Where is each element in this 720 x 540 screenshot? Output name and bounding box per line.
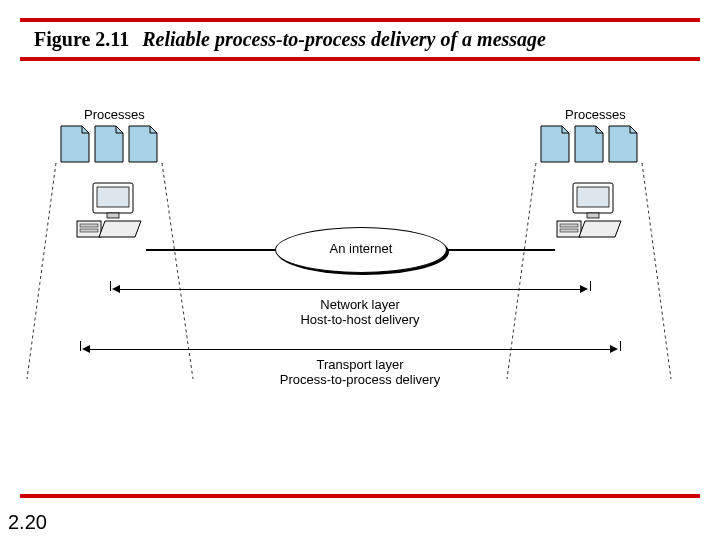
tick-icon (80, 341, 81, 351)
internet-label: An internet (330, 241, 393, 256)
figure-title: Reliable process-to-process delivery of … (142, 28, 546, 50)
figure-heading: Figure 2.11 Reliable process-to-process … (34, 28, 720, 51)
tick-icon (590, 281, 591, 291)
svg-rect-6 (107, 213, 119, 218)
tick-icon (110, 281, 111, 291)
arrow-left-icon (112, 285, 120, 293)
bottom-rule (20, 494, 700, 498)
mid-rule (20, 57, 700, 61)
arrow-right-icon (610, 345, 618, 353)
network-layer-arrow (118, 289, 582, 290)
network-layer-line2: Host-to-host delivery (20, 312, 700, 327)
arrow-right-icon (580, 285, 588, 293)
svg-rect-5 (97, 187, 129, 207)
figure-number: Figure 2.11 (34, 28, 129, 50)
svg-rect-11 (577, 187, 609, 207)
svg-line-2 (507, 163, 536, 379)
transport-layer-label: Transport layer Process-to-process deliv… (20, 357, 700, 387)
network-layer-line1: Network layer (20, 297, 700, 312)
computer-icon (555, 181, 625, 241)
cable-line (146, 249, 275, 251)
svg-line-3 (642, 163, 671, 379)
transport-layer-line2: Process-to-process delivery (20, 372, 700, 387)
network-layer-label: Network layer Host-to-host delivery (20, 297, 700, 327)
svg-rect-15 (560, 229, 578, 232)
svg-line-1 (162, 163, 193, 379)
svg-line-0 (27, 163, 56, 379)
top-rule (20, 18, 700, 22)
svg-rect-14 (560, 224, 578, 227)
svg-rect-8 (80, 224, 98, 227)
tick-icon (620, 341, 621, 351)
svg-rect-12 (587, 213, 599, 218)
svg-rect-9 (80, 229, 98, 232)
internet-ellipse: An internet (275, 227, 447, 273)
slide-number: 2.20 (8, 511, 47, 534)
computer-icon (75, 181, 145, 241)
diagram-canvas: Processes Processes (20, 111, 700, 431)
transport-layer-arrow (88, 349, 612, 350)
cable-line (447, 249, 555, 251)
transport-layer-line1: Transport layer (20, 357, 700, 372)
arrow-left-icon (82, 345, 90, 353)
